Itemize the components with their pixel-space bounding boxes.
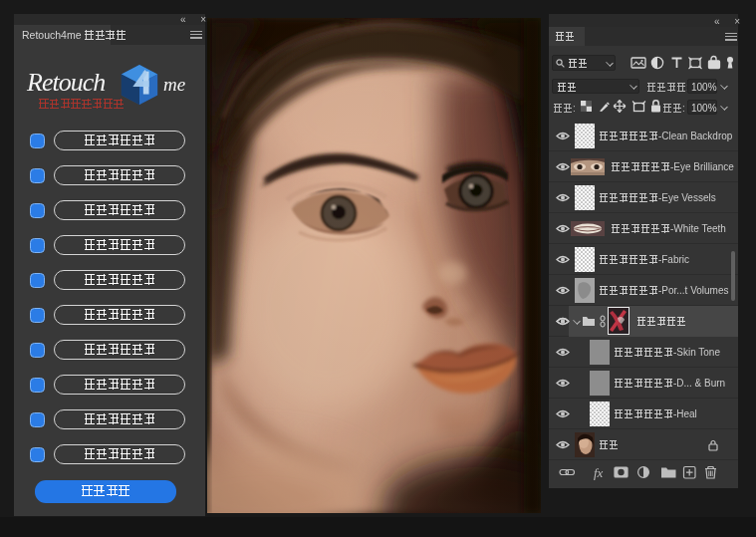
svg-text:fx: fx	[594, 465, 604, 480]
